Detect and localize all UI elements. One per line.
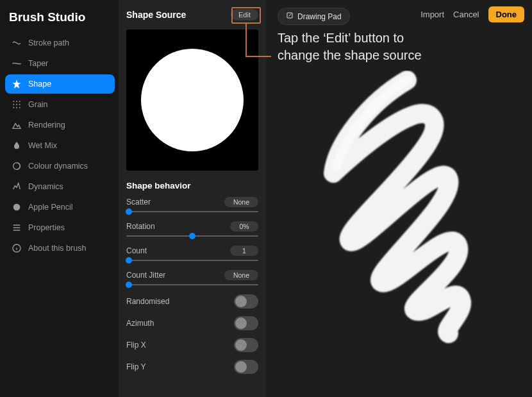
slider-scatter: Scatter None [126,197,258,212]
sidebar-nav: Stroke path Taper Shape Grain Rendering … [5,33,115,258]
sidebar-item-label: Stroke path [28,38,69,47]
toggle-flip-x-row: Flip X [126,334,258,356]
toggle-randomised-row: Randomised [126,291,258,312]
svg-point-10 [13,204,21,211]
slider-value: 0% [230,221,258,232]
svg-point-2 [19,101,21,102]
sidebar-item-label: Wet Mix [28,141,57,150]
slider-track[interactable] [126,211,258,212]
svg-point-6 [13,107,14,108]
sidebar-item-rendering[interactable]: Rendering [5,115,115,135]
shape-preview[interactable] [126,30,258,171]
slider-value: 1 [230,246,258,256]
cancel-button[interactable]: Cancel [453,10,479,19]
sidebar-item-label: Colour dynamics [28,162,88,171]
annotation-leader-v [245,24,247,57]
toggle-azimuth[interactable] [234,316,258,330]
dynamics-icon [12,182,22,192]
sidebar-item-dynamics[interactable]: Dynamics [5,177,115,196]
shape-icon [12,79,22,89]
shape-circle-icon [141,49,244,151]
svg-point-5 [19,104,21,105]
settings-panel: Shape Source Edit Shape behavior Scatter… [119,0,266,397]
sidebar-item-properties[interactable]: Properties [5,218,115,237]
wet-mix-icon [12,140,22,151]
sidebar-item-taper[interactable]: Taper [5,54,115,73]
about-icon [12,243,22,253]
sidebar-item-label: Grain [28,100,48,109]
toggle-label: Flip X [126,341,146,350]
slider-count: Count 1 [126,246,258,261]
svg-point-0 [13,101,14,102]
slider-rotation: Rotation 0% [126,221,258,237]
svg-point-7 [16,107,17,108]
app-title: Brush Studio [5,8,115,33]
canvas-area: Drawing Pad Import Cancel Done Tap the ‘… [266,0,532,397]
properties-icon [12,223,22,233]
slider-value: None [224,197,258,207]
sidebar-item-label: Apple Pencil [28,203,73,212]
toggle-randomised[interactable] [234,294,258,308]
edit-square-icon [286,12,294,21]
sidebar-item-label: Taper [28,59,48,68]
sidebar-item-label: Rendering [28,121,65,130]
slider-label: Count [126,246,147,255]
slider-label: Scatter [126,198,151,207]
slider-track[interactable] [126,260,258,261]
callout-text: Tap the ‘Edit’ button to change the shap… [278,30,422,64]
drawing-pad-label: Drawing Pad [297,12,342,21]
panel-title: Shape Source [126,10,186,20]
done-button[interactable]: Done [488,6,525,22]
slider-label: Rotation [126,222,155,231]
svg-point-8 [19,107,21,108]
behavior-title: Shape behavior [126,181,258,190]
svg-point-3 [13,104,14,105]
svg-point-1 [16,101,17,102]
sidebar-item-stroke-path[interactable]: Stroke path [5,33,115,53]
toggle-flip-y[interactable] [234,360,258,374]
sidebar-item-apple-pencil[interactable]: Apple Pencil [5,198,115,217]
taper-icon [12,58,22,69]
toggle-label: Azimuth [126,319,154,328]
slider-value: None [224,270,258,280]
sidebar-item-shape[interactable]: Shape [5,74,115,94]
sidebar-item-grain[interactable]: Grain [5,95,115,114]
sidebar: Brush Studio Stroke path Taper Shape Gra… [0,0,119,397]
sidebar-item-label: Properties [28,223,65,232]
rendering-icon [12,120,22,130]
grain-icon [12,99,22,110]
sidebar-item-label: About this brush [28,244,86,253]
import-button[interactable]: Import [420,10,444,19]
slider-count-jitter: Count Jitter None [126,270,258,285]
svg-point-4 [16,104,17,105]
toggle-azimuth-row: Azimuth [126,312,258,334]
slider-label: Count Jitter [126,271,165,280]
toggle-flip-y-row: Flip Y [126,356,258,378]
sidebar-item-wet-mix[interactable]: Wet Mix [5,136,115,155]
sidebar-item-about[interactable]: About this brush [5,239,115,258]
brush-stroke-preview [298,71,503,353]
edit-button[interactable]: Edit [231,9,258,21]
stroke-path-icon [12,38,22,48]
slider-track[interactable] [126,284,258,285]
toggle-flip-x[interactable] [234,338,258,352]
sidebar-item-colour-dynamics[interactable]: Colour dynamics [5,156,115,176]
toggle-label: Randomised [126,297,169,306]
slider-track[interactable] [126,235,258,237]
toggle-label: Flip Y [126,362,145,371]
annotation-leader-h [245,56,271,57]
colour-dynamics-icon [12,161,22,171]
drawing-pad-button[interactable]: Drawing Pad [278,8,350,25]
sidebar-item-label: Shape [28,80,51,89]
sidebar-item-label: Dynamics [28,182,63,191]
apple-pencil-icon [12,202,22,212]
